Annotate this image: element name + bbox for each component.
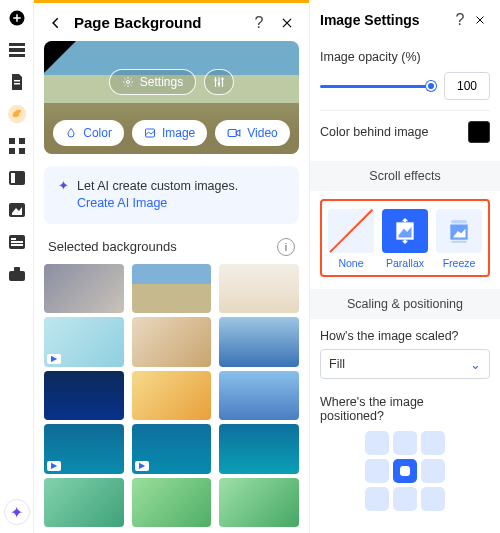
info-icon[interactable]: i (277, 238, 295, 256)
opacity-slider[interactable] (320, 79, 436, 93)
settings-label: Settings (140, 75, 183, 89)
effect-none-label: None (338, 257, 363, 269)
svg-rect-2 (9, 48, 25, 52)
svg-rect-12 (11, 173, 15, 183)
background-thumb[interactable]: ▶ (44, 317, 124, 367)
opacity-label: Image opacity (%) (320, 50, 421, 64)
svg-rect-1 (9, 43, 25, 46)
close-icon[interactable] (277, 13, 297, 33)
pos-bc[interactable] (393, 487, 417, 511)
svg-rect-20 (14, 267, 20, 272)
scale-question: How's the image scaled? (320, 329, 490, 343)
video-icon (227, 127, 241, 139)
color-label: Color (83, 126, 112, 140)
droplet-icon (65, 127, 77, 139)
background-thumb[interactable]: ▶ (132, 424, 212, 474)
pos-bl[interactable] (365, 487, 389, 511)
background-thumb[interactable] (44, 371, 124, 421)
pos-ml[interactable] (365, 459, 389, 483)
help-icon[interactable]: ? (450, 10, 470, 30)
svg-rect-3 (9, 54, 25, 57)
pos-mc[interactable] (393, 459, 417, 483)
svg-marker-27 (237, 130, 241, 136)
svg-marker-31 (402, 241, 409, 244)
position-grid (320, 431, 490, 511)
design-icon[interactable] (7, 104, 27, 124)
media-icon[interactable] (7, 200, 27, 220)
background-thumb[interactable] (219, 317, 299, 367)
svg-rect-26 (228, 129, 236, 136)
settings-title: Image Settings (320, 12, 450, 28)
effect-freeze-label: Freeze (443, 257, 476, 269)
pos-tl[interactable] (365, 431, 389, 455)
scaling-title: Scaling & positioning (310, 289, 500, 319)
layers-icon[interactable] (7, 168, 27, 188)
svg-rect-35 (451, 241, 466, 243)
color-button[interactable]: Color (53, 120, 124, 146)
background-thumb[interactable] (132, 478, 212, 528)
pos-mr[interactable] (421, 459, 445, 483)
business-icon[interactable] (7, 264, 27, 284)
help-icon[interactable]: ? (249, 13, 269, 33)
video-badge-icon: ▶ (135, 461, 149, 471)
opacity-value[interactable]: 100 (444, 72, 490, 100)
background-thumb[interactable] (44, 478, 124, 528)
selected-backgrounds-label: Selected backgrounds (48, 239, 177, 254)
background-preview: Settings Color Image Video (44, 41, 299, 154)
video-badge-icon: ▶ (47, 354, 61, 364)
sparkle-icon: ✦ (58, 178, 69, 212)
svg-marker-30 (402, 218, 409, 221)
pos-tr[interactable] (421, 431, 445, 455)
background-thumb[interactable] (132, 264, 212, 314)
color-behind-label: Color behind image (320, 125, 428, 139)
page-icon[interactable] (7, 72, 27, 92)
pos-tc[interactable] (393, 431, 417, 455)
effect-parallax[interactable]: Parallax (382, 209, 428, 269)
add-icon[interactable] (7, 8, 27, 28)
svg-rect-8 (19, 138, 25, 144)
adjust-button[interactable] (204, 69, 234, 95)
chevron-down-icon: ⌄ (470, 357, 481, 372)
ai-sparkle-icon[interactable]: ✦ (4, 499, 30, 525)
panel-title: Page Background (74, 14, 241, 31)
color-behind-swatch[interactable] (468, 121, 490, 143)
background-thumb[interactable] (219, 424, 299, 474)
scroll-effects-title: Scroll effects (310, 161, 500, 191)
settings-button[interactable]: Settings (109, 69, 196, 95)
background-thumb[interactable]: ▶ (44, 424, 124, 474)
svg-rect-16 (11, 238, 16, 240)
back-icon[interactable] (46, 13, 66, 33)
section-icon[interactable] (7, 40, 27, 60)
sliders-icon (212, 75, 226, 89)
svg-rect-9 (9, 148, 15, 154)
scale-select[interactable]: Fill ⌄ (320, 349, 490, 379)
effect-parallax-label: Parallax (386, 257, 424, 269)
video-badge-icon: ▶ (47, 461, 61, 471)
cms-icon[interactable] (7, 232, 27, 252)
svg-point-21 (126, 80, 129, 83)
svg-rect-18 (11, 244, 23, 246)
scale-value: Fill (329, 357, 345, 371)
svg-rect-17 (11, 241, 23, 243)
apps-icon[interactable] (7, 136, 27, 156)
background-thumb[interactable] (219, 371, 299, 421)
image-settings-panel: Image Settings ? Image opacity (%) 100 C… (310, 0, 500, 533)
background-thumb[interactable] (132, 371, 212, 421)
effect-none[interactable]: None (328, 209, 374, 269)
background-thumb[interactable] (219, 264, 299, 314)
image-button[interactable]: Image (132, 120, 207, 146)
svg-point-24 (222, 78, 224, 80)
create-ai-image-link[interactable]: Create AI Image (77, 196, 167, 210)
image-icon (144, 127, 156, 139)
background-thumb[interactable] (44, 264, 124, 314)
close-icon[interactable] (470, 10, 490, 30)
video-button[interactable]: Video (215, 120, 289, 146)
gear-icon (122, 76, 134, 88)
parallax-icon (392, 218, 418, 244)
effect-freeze[interactable]: Freeze (436, 209, 482, 269)
background-thumb[interactable] (219, 478, 299, 528)
pos-br[interactable] (421, 487, 445, 511)
video-label: Video (247, 126, 277, 140)
background-thumb[interactable] (132, 317, 212, 367)
svg-rect-7 (9, 138, 15, 144)
